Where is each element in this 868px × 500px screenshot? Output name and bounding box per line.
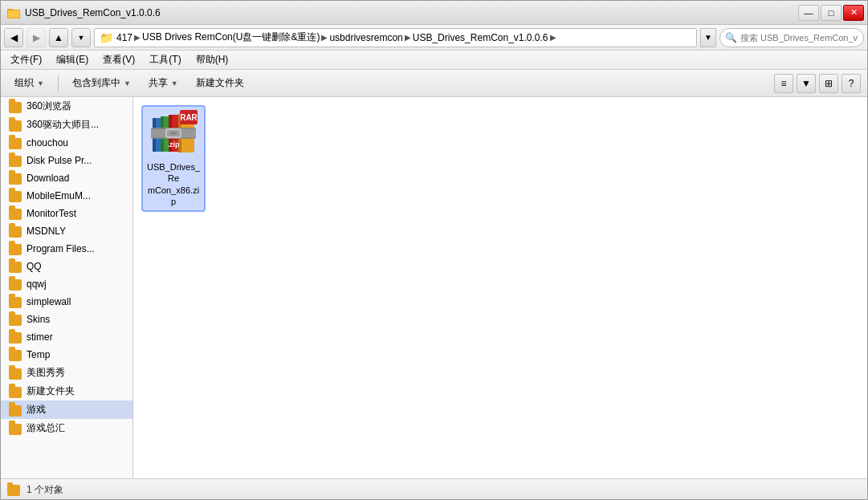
search-icon: 🔍 <box>725 32 737 43</box>
menu-tools[interactable]: 工具(T) <box>143 51 187 68</box>
sidebar-item-label: 新建文件夹 <box>26 384 75 398</box>
share-label: 共享 <box>149 76 168 90</box>
sidebar-item-360browser[interactable]: 360浏览器 <box>1 97 132 116</box>
sidebar-item-temp[interactable]: Temp <box>1 346 132 364</box>
folder-icon <box>9 405 22 417</box>
toolbar-right: ≡ ▼ ⊞ ? <box>774 74 861 93</box>
sidebar-item-label: qqwj <box>26 278 47 290</box>
menu-file[interactable]: 文件(F) <box>4 51 48 68</box>
sidebar-item-label: Program Files... <box>26 243 95 254</box>
svg-rect-2 <box>8 10 19 18</box>
folder-icon <box>9 244 22 255</box>
organize-button[interactable]: 组织 ▼ <box>7 73 51 93</box>
folder-icon <box>9 156 22 167</box>
menu-edit[interactable]: 编辑(E) <box>50 51 95 68</box>
menu-view[interactable]: 查看(V) <box>96 51 141 68</box>
include-library-button[interactable]: 包含到库中 ▼ <box>65 73 138 93</box>
title-folder-icon <box>7 6 20 19</box>
folder-icon <box>9 297 22 308</box>
sidebar-item-skins[interactable]: Skins <box>1 311 132 328</box>
organize-label: 组织 <box>14 76 34 90</box>
toolbar-separator-1 <box>58 75 59 91</box>
address-folder-icon: 📁 <box>100 31 113 44</box>
folder-icon <box>9 138 22 149</box>
svg-text:RAR: RAR <box>180 113 198 122</box>
sidebar-item-msdnly[interactable]: MSDNLY <box>1 222 132 240</box>
status-folder-icon <box>7 485 20 496</box>
sidebar-item-monitortest[interactable]: MonitorTest <box>1 205 132 222</box>
folder-icon <box>9 120 22 132</box>
sidebar-item-label: stimer <box>26 331 53 343</box>
sidebar-item-label: MonitorTest <box>26 208 76 219</box>
sidebar-item-label: 360浏览器 <box>26 100 71 113</box>
back-button[interactable]: ◀ <box>4 28 23 47</box>
folder-icon <box>9 191 22 202</box>
address-dropdown-button[interactable]: ▼ <box>700 28 716 47</box>
recent-button[interactable]: ▼ <box>71 28 91 47</box>
close-button[interactable]: ✕ <box>843 5 864 21</box>
menu-help[interactable]: 帮助(H) <box>189 51 235 68</box>
file-item-zip[interactable]: RAR .zip USB_Drives_RemCon_x86.zip <box>141 105 206 212</box>
status-bar: 1 个对象 <box>1 478 867 500</box>
sidebar-item-diskpulse[interactable]: Disk Pulse Pr... <box>1 152 132 169</box>
sidebar-item-label: Skins <box>26 314 50 325</box>
sidebar-item-download[interactable]: Download <box>1 169 132 187</box>
title-text: USB_Drives_RemCon_v1.0.0.6 <box>25 7 161 18</box>
sidebar-item-programfiles[interactable]: Program Files... <box>1 240 132 258</box>
sidebar-item-label: MobileEmuM... <box>26 190 91 201</box>
pane-toggle-button[interactable]: ⊞ <box>819 74 838 93</box>
folder-icon <box>9 332 22 343</box>
svg-text:.zip: .zip <box>168 140 181 148</box>
breadcrumb-417[interactable]: 417 <box>116 32 132 43</box>
forward-button[interactable]: ▶ <box>26 28 46 47</box>
search-input[interactable] <box>740 33 858 43</box>
sidebar-item-stimer[interactable]: stimer <box>1 328 132 346</box>
new-folder-button[interactable]: 新建文件夹 <box>189 73 251 93</box>
main-area: 360浏览器 360驱动大师目... chouchou Disk Pulse P… <box>1 97 867 478</box>
sidebar-item-simplewall[interactable]: simplewall <box>1 293 132 311</box>
sidebar-item-label: 美图秀秀 <box>26 366 65 380</box>
file-name-label: USB_Drives_RemCon_x86.zip <box>146 161 201 207</box>
sidebar-item-chouchou[interactable]: chouchou <box>1 134 132 152</box>
menu-bar: 文件(F) 编辑(E) 查看(V) 工具(T) 帮助(H) <box>1 51 867 70</box>
file-area: RAR .zip USB_Drives_RemCon_x86.zip <box>133 97 867 478</box>
status-count: 1 个对象 <box>26 483 63 497</box>
address-bar[interactable]: 📁 417 ▶ USB Drives RemCon(U盘一键删除&重连) ▶ u… <box>94 28 697 47</box>
include-library-label: 包含到库中 <box>72 76 120 90</box>
maximize-button[interactable]: □ <box>821 5 842 21</box>
sidebar-item-label: MSDNLY <box>26 226 66 237</box>
help-button[interactable]: ? <box>842 74 861 93</box>
folder-icon <box>9 424 22 435</box>
folder-icon <box>9 226 22 238</box>
sidebar-item-label: QQ <box>26 261 42 272</box>
folder-icon <box>9 279 22 291</box>
sidebar-item-gamecollection[interactable]: 游戏总汇 <box>1 419 132 437</box>
folder-icon <box>9 173 22 185</box>
folder-icon <box>9 102 22 113</box>
nav-bar: ◀ ▶ ▲ ▼ 📁 417 ▶ USB Drives RemCon(U盘一键删除… <box>1 25 867 51</box>
winrar-zip-icon: RAR .zip <box>149 110 198 158</box>
view-options-button[interactable]: ≡ <box>774 74 793 93</box>
up-button[interactable]: ▲ <box>49 28 68 47</box>
sidebar-item-games[interactable]: 游戏 <box>1 400 132 419</box>
view-dropdown-button[interactable]: ▼ <box>797 74 816 93</box>
title-bar-controls: — □ ✕ <box>798 5 864 21</box>
folder-icon <box>9 387 22 398</box>
sidebar-item-mobileemu[interactable]: MobileEmuM... <box>1 187 132 205</box>
breadcrumb-usbdrivesremcon[interactable]: usbdrivesremcon <box>329 32 402 43</box>
share-button[interactable]: 共享 ▼ <box>141 73 185 93</box>
sidebar-item-label: Disk Pulse Pr... <box>26 155 92 166</box>
sidebar-item-label: Download <box>26 173 69 184</box>
search-box[interactable]: 🔍 <box>719 28 864 47</box>
sidebar-item-newfolder[interactable]: 新建文件夹 <box>1 382 132 400</box>
new-folder-label: 新建文件夹 <box>196 76 244 90</box>
sidebar-item-qqwj[interactable]: qqwj <box>1 275 132 293</box>
sidebar-item-meitu[interactable]: 美图秀秀 <box>1 364 132 382</box>
toolbar: 组织 ▼ 包含到库中 ▼ 共享 ▼ 新建文件夹 ≡ ▼ ⊞ ? <box>1 70 867 97</box>
address-path: 417 ▶ USB Drives RemCon(U盘一键删除&重连) ▶ usb… <box>116 30 556 44</box>
minimize-button[interactable]: — <box>798 5 819 21</box>
sidebar-item-360driver[interactable]: 360驱动大师目... <box>1 116 132 134</box>
sidebar-item-qq[interactable]: QQ <box>1 258 132 275</box>
breadcrumb-usb-drives[interactable]: USB Drives RemCon(U盘一键删除&重连) <box>142 30 320 44</box>
breadcrumb-version[interactable]: USB_Drives_RemCon_v1.0.0.6 <box>413 32 548 43</box>
